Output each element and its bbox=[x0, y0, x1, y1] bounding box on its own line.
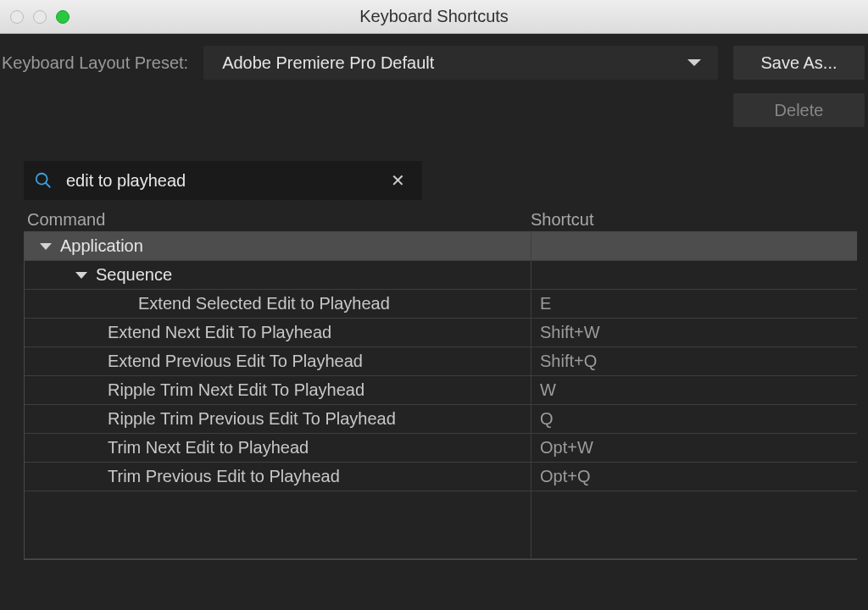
window-close-button[interactable] bbox=[10, 10, 24, 24]
command-header[interactable]: Command bbox=[24, 210, 531, 230]
search-field[interactable]: ✕ bbox=[24, 161, 422, 200]
preset-dropdown[interactable]: Adobe Premiere Pro Default bbox=[203, 46, 718, 80]
tree-empty-row bbox=[25, 491, 857, 559]
tree-item[interactable]: Extend Previous Edit To Playhead Shift+Q bbox=[25, 347, 857, 376]
tree-group-label: Application bbox=[60, 236, 143, 256]
delete-button[interactable]: Delete bbox=[733, 93, 865, 127]
tree-item[interactable]: Ripple Trim Previous Edit To Playhead Q bbox=[25, 405, 857, 434]
shortcut-value[interactable]: W bbox=[531, 376, 857, 404]
search-input[interactable] bbox=[66, 171, 387, 191]
preset-label: Keyboard Layout Preset: bbox=[0, 53, 203, 73]
tree-item[interactable]: Trim Previous Edit to Playhead Opt+Q bbox=[25, 463, 857, 491]
tree-item[interactable]: Extend Selected Edit to Playhead E bbox=[25, 290, 857, 319]
command-label: Trim Next Edit to Playhead bbox=[108, 438, 309, 458]
shortcut-value[interactable]: E bbox=[531, 290, 857, 318]
command-label: Extend Next Edit To Playhead bbox=[108, 323, 331, 342]
content-area: Keyboard Layout Preset: Adobe Premiere P… bbox=[0, 34, 868, 560]
shortcut-value[interactable]: Shift+Q bbox=[531, 347, 857, 375]
tree-item[interactable]: Extend Next Edit To Playhead Shift+W bbox=[25, 319, 857, 347]
clear-search-button[interactable]: ✕ bbox=[387, 167, 409, 194]
command-label: Ripple Trim Next Edit To Playhead bbox=[108, 380, 364, 400]
command-label: Extend Selected Edit to Playhead bbox=[138, 294, 390, 313]
column-headers: Command Shortcut bbox=[24, 210, 868, 230]
shortcut-tree: Application Sequence Extend Selected Edi… bbox=[24, 231, 857, 560]
window-maximize-button[interactable] bbox=[56, 10, 70, 24]
shortcut-value[interactable]: Shift+W bbox=[531, 319, 857, 347]
svg-point-0 bbox=[36, 174, 47, 185]
window-minimize-button[interactable] bbox=[33, 10, 47, 24]
tree-subgroup-label: Sequence bbox=[96, 265, 172, 285]
window-titlebar: Keyboard Shortcuts bbox=[0, 0, 868, 34]
shortcut-value[interactable]: Opt+W bbox=[531, 434, 857, 462]
shortcut-value[interactable]: Q bbox=[531, 405, 857, 433]
disclosure-triangle-icon[interactable] bbox=[40, 243, 52, 250]
svg-line-1 bbox=[46, 183, 51, 188]
tree-item[interactable]: Ripple Trim Next Edit To Playhead W bbox=[25, 376, 857, 405]
save-as-button[interactable]: Save As... bbox=[733, 46, 865, 80]
shortcut-header[interactable]: Shortcut bbox=[531, 210, 868, 230]
command-label: Ripple Trim Previous Edit To Playhead bbox=[108, 409, 396, 429]
shortcut-value[interactable]: Opt+Q bbox=[531, 463, 857, 491]
disclosure-triangle-icon[interactable] bbox=[75, 272, 87, 279]
command-label: Extend Previous Edit To Playhead bbox=[108, 352, 363, 371]
tree-group-application[interactable]: Application bbox=[25, 232, 857, 261]
window-title: Keyboard Shortcuts bbox=[0, 7, 868, 26]
tree-item[interactable]: Trim Next Edit to Playhead Opt+W bbox=[25, 434, 857, 463]
preset-dropdown-value: Adobe Premiere Pro Default bbox=[222, 53, 434, 73]
tree-subgroup-sequence[interactable]: Sequence bbox=[25, 261, 857, 290]
command-label: Trim Previous Edit to Playhead bbox=[108, 467, 340, 486]
traffic-lights bbox=[10, 10, 70, 24]
search-icon bbox=[34, 171, 53, 190]
chevron-down-icon bbox=[687, 59, 701, 66]
